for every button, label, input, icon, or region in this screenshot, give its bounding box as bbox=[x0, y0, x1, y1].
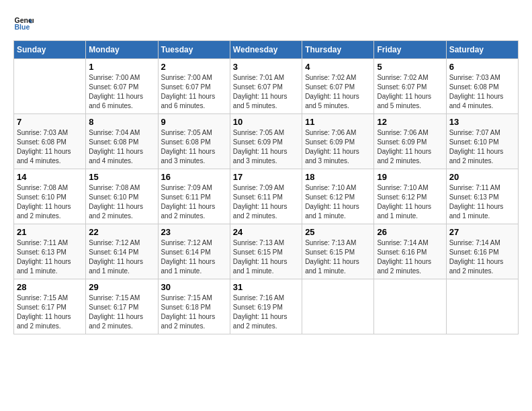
day-number: 12 bbox=[377, 117, 443, 127]
day-info: Sunrise: 7:04 AMSunset: 6:08 PMDaylight:… bbox=[89, 128, 154, 166]
day-number: 9 bbox=[161, 117, 227, 127]
day-number: 25 bbox=[305, 227, 371, 237]
calendar-cell: 21Sunrise: 7:11 AMSunset: 6:13 PMDayligh… bbox=[14, 224, 86, 279]
calendar-cell: 24Sunrise: 7:13 AMSunset: 6:15 PMDayligh… bbox=[230, 224, 302, 279]
day-number: 4 bbox=[305, 62, 371, 72]
day-number: 18 bbox=[305, 172, 371, 182]
week-row-3: 21Sunrise: 7:11 AMSunset: 6:13 PMDayligh… bbox=[14, 224, 519, 279]
day-info: Sunrise: 7:03 AMSunset: 6:08 PMDaylight:… bbox=[17, 128, 83, 166]
day-number: 8 bbox=[89, 117, 154, 127]
day-number: 7 bbox=[17, 117, 83, 127]
calendar-cell: 27Sunrise: 7:14 AMSunset: 6:16 PMDayligh… bbox=[446, 224, 518, 279]
day-number: 31 bbox=[233, 282, 299, 292]
day-number: 6 bbox=[449, 62, 515, 72]
calendar-cell: 5Sunrise: 7:02 AMSunset: 6:07 PMDaylight… bbox=[374, 59, 446, 114]
day-number: 20 bbox=[449, 172, 515, 182]
calendar-cell: 15Sunrise: 7:08 AMSunset: 6:10 PMDayligh… bbox=[86, 169, 158, 224]
header-row: SundayMondayTuesdayWednesdayThursdayFrid… bbox=[14, 41, 519, 59]
day-info: Sunrise: 7:05 AMSunset: 6:09 PMDaylight:… bbox=[233, 128, 299, 166]
day-number: 27 bbox=[449, 227, 515, 237]
day-number: 19 bbox=[377, 172, 443, 182]
day-number: 15 bbox=[89, 172, 154, 182]
day-number: 24 bbox=[233, 227, 299, 237]
day-info: Sunrise: 7:13 AMSunset: 6:15 PMDaylight:… bbox=[305, 238, 371, 276]
week-row-1: 7Sunrise: 7:03 AMSunset: 6:08 PMDaylight… bbox=[14, 114, 519, 169]
day-info: Sunrise: 7:02 AMSunset: 6:07 PMDaylight:… bbox=[305, 73, 371, 111]
calendar-cell: 3Sunrise: 7:01 AMSunset: 6:07 PMDaylight… bbox=[230, 59, 302, 114]
calendar-cell: 26Sunrise: 7:14 AMSunset: 6:16 PMDayligh… bbox=[374, 224, 446, 279]
day-info: Sunrise: 7:11 AMSunset: 6:13 PMDaylight:… bbox=[17, 238, 83, 276]
calendar-cell bbox=[14, 59, 86, 114]
day-number: 1 bbox=[89, 62, 154, 72]
week-row-0: 1Sunrise: 7:00 AMSunset: 6:07 PMDaylight… bbox=[14, 59, 519, 114]
calendar-cell: 13Sunrise: 7:07 AMSunset: 6:10 PMDayligh… bbox=[446, 114, 518, 169]
header-sunday: Sunday bbox=[14, 41, 86, 59]
day-info: Sunrise: 7:10 AMSunset: 6:12 PMDaylight:… bbox=[377, 183, 443, 221]
day-number: 11 bbox=[305, 117, 371, 127]
day-info: Sunrise: 7:14 AMSunset: 6:16 PMDaylight:… bbox=[449, 238, 515, 276]
calendar-cell: 25Sunrise: 7:13 AMSunset: 6:15 PMDayligh… bbox=[302, 224, 374, 279]
calendar-cell: 31Sunrise: 7:16 AMSunset: 6:19 PMDayligh… bbox=[230, 279, 302, 334]
day-info: Sunrise: 7:11 AMSunset: 6:13 PMDaylight:… bbox=[449, 183, 515, 221]
calendar-cell: 19Sunrise: 7:10 AMSunset: 6:12 PMDayligh… bbox=[374, 169, 446, 224]
day-number: 2 bbox=[161, 62, 227, 72]
day-info: Sunrise: 7:13 AMSunset: 6:15 PMDaylight:… bbox=[233, 238, 299, 276]
calendar-cell: 22Sunrise: 7:12 AMSunset: 6:14 PMDayligh… bbox=[86, 224, 158, 279]
day-info: Sunrise: 7:09 AMSunset: 6:11 PMDaylight:… bbox=[161, 183, 227, 221]
day-number: 5 bbox=[377, 62, 443, 72]
day-number: 13 bbox=[449, 117, 515, 127]
day-info: Sunrise: 7:06 AMSunset: 6:09 PMDaylight:… bbox=[305, 128, 371, 166]
day-number: 30 bbox=[161, 282, 227, 292]
day-info: Sunrise: 7:03 AMSunset: 6:08 PMDaylight:… bbox=[449, 73, 515, 111]
day-info: Sunrise: 7:16 AMSunset: 6:19 PMDaylight:… bbox=[233, 293, 299, 331]
day-info: Sunrise: 7:02 AMSunset: 6:07 PMDaylight:… bbox=[377, 73, 443, 111]
calendar-cell: 14Sunrise: 7:08 AMSunset: 6:10 PMDayligh… bbox=[14, 169, 86, 224]
week-row-2: 14Sunrise: 7:08 AMSunset: 6:10 PMDayligh… bbox=[14, 169, 519, 224]
calendar-cell: 6Sunrise: 7:03 AMSunset: 6:08 PMDaylight… bbox=[446, 59, 518, 114]
day-info: Sunrise: 7:08 AMSunset: 6:10 PMDaylight:… bbox=[89, 183, 154, 221]
calendar-cell: 29Sunrise: 7:15 AMSunset: 6:17 PMDayligh… bbox=[86, 279, 158, 334]
day-number: 28 bbox=[17, 282, 83, 292]
day-number: 26 bbox=[377, 227, 443, 237]
calendar-cell: 20Sunrise: 7:11 AMSunset: 6:13 PMDayligh… bbox=[446, 169, 518, 224]
day-number: 22 bbox=[89, 227, 154, 237]
day-info: Sunrise: 7:08 AMSunset: 6:10 PMDaylight:… bbox=[17, 183, 83, 221]
calendar-cell: 10Sunrise: 7:05 AMSunset: 6:09 PMDayligh… bbox=[230, 114, 302, 169]
calendar-cell: 18Sunrise: 7:10 AMSunset: 6:12 PMDayligh… bbox=[302, 169, 374, 224]
svg-text:Blue: Blue bbox=[15, 23, 30, 31]
day-number: 29 bbox=[89, 282, 154, 292]
header-thursday: Thursday bbox=[302, 41, 374, 59]
day-number: 21 bbox=[17, 227, 83, 237]
calendar-table: SundayMondayTuesdayWednesdayThursdayFrid… bbox=[13, 40, 519, 334]
calendar-cell bbox=[302, 279, 374, 334]
day-number: 16 bbox=[161, 172, 227, 182]
header-friday: Friday bbox=[374, 41, 446, 59]
calendar-cell: 7Sunrise: 7:03 AMSunset: 6:08 PMDaylight… bbox=[14, 114, 86, 169]
day-info: Sunrise: 7:15 AMSunset: 6:17 PMDaylight:… bbox=[17, 293, 83, 331]
header-saturday: Saturday bbox=[446, 41, 518, 59]
day-info: Sunrise: 7:12 AMSunset: 6:14 PMDaylight:… bbox=[89, 238, 154, 276]
calendar-cell: 9Sunrise: 7:05 AMSunset: 6:08 PMDaylight… bbox=[158, 114, 230, 169]
day-number: 10 bbox=[233, 117, 299, 127]
day-info: Sunrise: 7:00 AMSunset: 6:07 PMDaylight:… bbox=[161, 73, 227, 111]
header-tuesday: Tuesday bbox=[158, 41, 230, 59]
calendar-cell: 11Sunrise: 7:06 AMSunset: 6:09 PMDayligh… bbox=[302, 114, 374, 169]
calendar-cell bbox=[374, 279, 446, 334]
day-number: 23 bbox=[161, 227, 227, 237]
header-wednesday: Wednesday bbox=[230, 41, 302, 59]
header: General Blue bbox=[13, 13, 519, 34]
day-info: Sunrise: 7:07 AMSunset: 6:10 PMDaylight:… bbox=[449, 128, 515, 166]
calendar-cell bbox=[446, 279, 518, 334]
day-info: Sunrise: 7:12 AMSunset: 6:14 PMDaylight:… bbox=[161, 238, 227, 276]
header-monday: Monday bbox=[86, 41, 158, 59]
day-info: Sunrise: 7:09 AMSunset: 6:11 PMDaylight:… bbox=[233, 183, 299, 221]
day-info: Sunrise: 7:06 AMSunset: 6:09 PMDaylight:… bbox=[377, 128, 443, 166]
day-info: Sunrise: 7:00 AMSunset: 6:07 PMDaylight:… bbox=[89, 73, 154, 111]
calendar-cell: 28Sunrise: 7:15 AMSunset: 6:17 PMDayligh… bbox=[14, 279, 86, 334]
day-info: Sunrise: 7:05 AMSunset: 6:08 PMDaylight:… bbox=[161, 128, 227, 166]
calendar-cell: 1Sunrise: 7:00 AMSunset: 6:07 PMDaylight… bbox=[86, 59, 158, 114]
calendar-cell: 17Sunrise: 7:09 AMSunset: 6:11 PMDayligh… bbox=[230, 169, 302, 224]
day-number: 17 bbox=[233, 172, 299, 182]
calendar-cell: 16Sunrise: 7:09 AMSunset: 6:11 PMDayligh… bbox=[158, 169, 230, 224]
calendar-cell: 8Sunrise: 7:04 AMSunset: 6:08 PMDaylight… bbox=[86, 114, 158, 169]
